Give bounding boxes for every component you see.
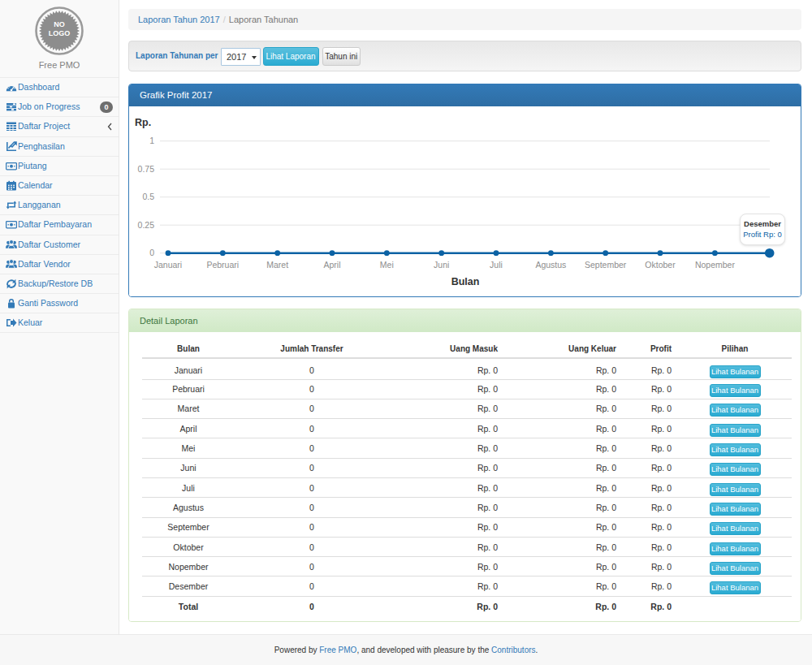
svg-text:1: 1 xyxy=(149,136,154,145)
svg-text:0.5: 0.5 xyxy=(142,192,154,201)
svg-text:0: 0 xyxy=(149,248,154,257)
svg-text:April: April xyxy=(323,260,340,270)
svg-text:0.25: 0.25 xyxy=(138,220,155,230)
svg-text:Maret: Maret xyxy=(266,260,288,270)
svg-text:NO: NO xyxy=(54,20,65,28)
svg-text:Rp.: Rp. xyxy=(135,117,151,128)
svg-text:Juni: Juni xyxy=(434,260,449,270)
svg-text:Agustus: Agustus xyxy=(535,260,566,270)
svg-text:September: September xyxy=(585,260,627,270)
svg-text:Nopember: Nopember xyxy=(695,260,736,270)
svg-text:Juli: Juli xyxy=(490,260,503,270)
svg-text:Pebruari: Pebruari xyxy=(206,260,239,270)
svg-text:LOGO: LOGO xyxy=(49,29,71,37)
svg-text:Oktober: Oktober xyxy=(645,260,676,270)
svg-text:Januari: Januari xyxy=(154,260,182,270)
svg-text:Mei: Mei xyxy=(380,260,394,270)
svg-text:Bulan: Bulan xyxy=(451,276,480,287)
svg-text:0.75: 0.75 xyxy=(138,164,155,174)
